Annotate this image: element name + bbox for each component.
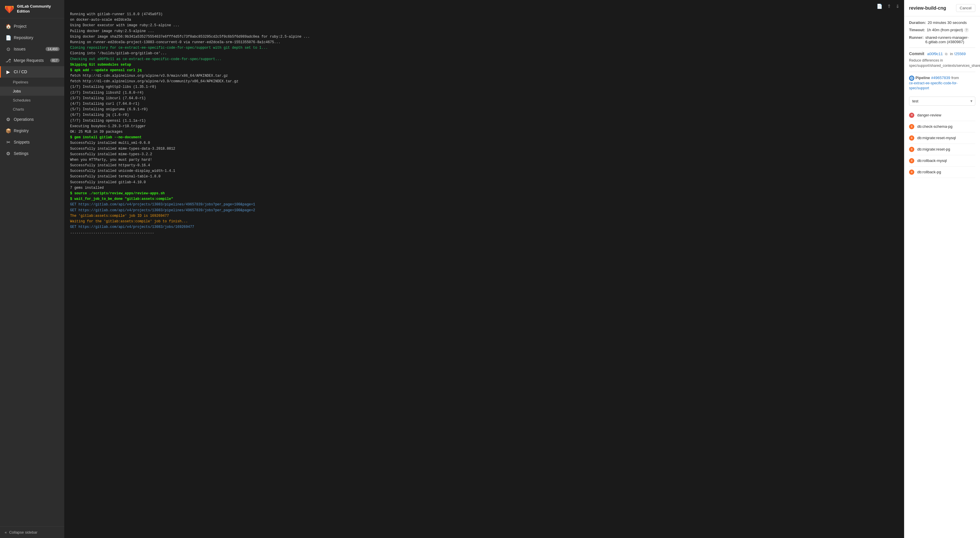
terminal-line: $ gem install gitlab --no-document <box>70 135 898 140</box>
settings-icon: ⚙ <box>6 151 11 156</box>
sidebar-logo[interactable]: GitLab Community Edition <box>0 0 64 18</box>
terminal-line: Skipping Git submodules setup <box>70 62 898 68</box>
collapse-sidebar-button[interactable]: « Collapse sidebar <box>5 530 60 535</box>
job-status-icon: ⏸ <box>909 147 914 152</box>
job-list-item[interactable]: ⏸db:rollback-pg <box>909 167 975 178</box>
timeout-help-icon[interactable]: ? <box>964 28 969 32</box>
runner-label: Runner: <box>909 35 924 40</box>
sidebar-subitem-charts[interactable]: Charts <box>0 105 64 114</box>
sidebar-item-operations[interactable]: ⚙ Operations <box>0 114 64 125</box>
job-name: db:check-schema-pg <box>917 124 953 129</box>
sidebar-item-snippets[interactable]: ✂ Snippets <box>0 136 64 148</box>
job-list-item[interactable]: ⏸db:migrate:reset-pg <box>909 144 975 155</box>
commit-row: Commit a00f9c11 ⧉ in !25569 <box>909 51 975 56</box>
terminal-line: $ wait_for_job_to_be_done "gitlab:assets… <box>70 196 898 202</box>
sidebar-subitem-schedules[interactable]: Schedules <box>0 96 64 105</box>
terminal-line: (3/7) Installing libcurl (7.64.0-r1) <box>70 96 898 101</box>
job-list-item[interactable]: ⏸db:rollback-mysql <box>909 155 975 167</box>
sidebar-subitem-jobs[interactable]: Jobs <box>0 87 64 96</box>
terminal-line: Successfully installed unicode-display_w… <box>70 168 898 174</box>
cancel-button[interactable]: Cancel <box>956 4 975 12</box>
sidebar-item-settings[interactable]: ⚙ Settings <box>0 148 64 159</box>
sidebar-item-cicd[interactable]: ▶ CI / CD <box>0 66 64 78</box>
terminal-line: Successfully installed mime-types-data-3… <box>70 146 898 152</box>
sidebar-item-registry[interactable]: 📦 Registry <box>0 125 64 136</box>
runner-value: shared-runners-manager-6.gitlab.com (#38… <box>925 35 975 44</box>
pipeline-branch-link[interactable]: ce-extract-ee-specific-code-for-spec/sup… <box>909 81 975 91</box>
terminal-line: Cloning into '/builds/gitlab-org/gitlab-… <box>70 51 898 56</box>
sidebar-item-issues[interactable]: ⊙ Issues 14,493 <box>0 43 64 55</box>
divider-1 <box>909 48 975 48</box>
stage-select[interactable]: test <box>909 97 975 106</box>
sidebar-nav: 🏠 Project 📄 Repository ⊙ Issues 14,493 ⎇… <box>0 18 64 526</box>
terminal-line: Pulling docker image ruby:2.5-alpine ... <box>70 29 898 34</box>
job-status-icon: ⏸ <box>909 124 914 129</box>
merge-requests-icon: ⎇ <box>6 58 11 63</box>
terminal-container: 📄 ⇑ ⇓ Running with gitlab-runner 11.8.0 … <box>64 0 904 538</box>
duration-label: Duration: <box>909 21 926 25</box>
job-status-icon: ⏸ <box>909 158 914 163</box>
terminal-line: Cloning repository for ce-extract-ee-spe… <box>70 45 898 51</box>
job-name-title: review-build-cng <box>909 6 946 11</box>
job-name: db:migrate:reset-mysql <box>917 136 956 140</box>
right-panel-body: Duration: 20 minutes 30 seconds Timeout:… <box>904 16 980 182</box>
sidebar-subitem-pipelines[interactable]: Pipelines <box>0 78 64 87</box>
registry-icon: 📦 <box>6 128 11 133</box>
issues-badge: 14,493 <box>46 47 60 51</box>
commit-mr-link[interactable]: !25569 <box>954 52 966 56</box>
terminal-scroll-bottom-button[interactable]: ⇓ <box>894 2 900 10</box>
commit-in-text: in <box>950 52 953 56</box>
job-list: ✕danger-review⏸db:check-schema-pg⏸db:mig… <box>909 110 975 178</box>
stage-select-wrapper: test <box>909 94 975 106</box>
terminal-line: ........................................ <box>70 230 898 235</box>
gitlab-logo-icon <box>5 5 14 14</box>
terminal-line: Using docker image sha256:9b341a53527555… <box>70 34 898 40</box>
pipeline-label: Pipeline <box>915 76 930 80</box>
terminal-line: When you HTTParty, you must party hard! <box>70 157 898 163</box>
terminal-scroll-top-button[interactable]: ⇑ <box>886 2 892 10</box>
terminal-line: Successfully installed multi_xml-0.6.0 <box>70 140 898 146</box>
pipeline-section: Pipeline #49657839 from ce-extract-ee-sp… <box>909 76 975 91</box>
terminal-line: (5/7) Installing oniguruma (6.9.1-r0) <box>70 107 898 112</box>
terminal-raw-button[interactable]: 📄 <box>875 2 884 10</box>
job-name: db:rollback-mysql <box>917 159 947 163</box>
sidebar-item-merge-requests[interactable]: ⎇ Merge Requests 817 <box>0 55 64 66</box>
snippets-icon: ✂ <box>6 140 11 145</box>
merge-requests-badge: 817 <box>50 58 60 62</box>
pipeline-number-link[interactable]: #49657839 <box>931 76 950 80</box>
right-panel: review-build-cng Cancel Duration: 20 min… <box>904 0 980 538</box>
terminal-line: Using Docker executor with image ruby:2.… <box>70 23 898 28</box>
terminal-line: The 'gitlab:assets:compile' job ID is 16… <box>70 213 898 219</box>
timeout-row: Timeout: 1h 40m (from project) ? <box>909 28 975 32</box>
terminal-line: Running with gitlab-runner 11.8.0 (4745a… <box>70 12 898 17</box>
sidebar-item-repository[interactable]: 📄 Repository <box>0 32 64 43</box>
runner-row: Runner: shared-runners-manager-6.gitlab.… <box>909 35 975 44</box>
pipeline-globe-icon <box>909 76 914 81</box>
commit-label: Commit <box>909 51 924 56</box>
sidebar-item-project[interactable]: 🏠 Project <box>0 21 64 32</box>
project-icon: 🏠 <box>6 24 11 29</box>
job-list-item[interactable]: ✕danger-review <box>909 110 975 121</box>
terminal-line: Waiting for the 'gitlab:assets:compile' … <box>70 219 898 224</box>
terminal-line: (4/7) Installing curl (7.64.0-r1) <box>70 101 898 107</box>
terminal-output[interactable]: Running with gitlab-runner 11.8.0 (4745a… <box>64 0 904 538</box>
copy-commit-icon[interactable]: ⧉ <box>945 52 948 56</box>
commit-hash-link[interactable]: a00f9c11 <box>927 52 943 56</box>
terminal-line: Successfully installed gitlab-4.10.0 <box>70 180 898 185</box>
sidebar-bottom: « Collapse sidebar <box>0 526 64 538</box>
job-list-item[interactable]: ⏸db:check-schema-pg <box>909 121 975 132</box>
commit-message: Reduce differences in spec/support/share… <box>909 58 975 68</box>
divider-2 <box>909 72 975 72</box>
terminal-line: Executing busybox-1.29.3-r10.trigger <box>70 124 898 129</box>
terminal-line: Successfully installed httparty-0.16.4 <box>70 163 898 168</box>
terminal-line: Checking out a00f9c11 as ce-extract-ee-s… <box>70 57 898 62</box>
terminal-line: (1/7) Installing nghttp2-libs (1.35.1-r0… <box>70 84 898 90</box>
job-list-item[interactable]: ⏸db:migrate:reset-mysql <box>909 132 975 144</box>
terminal-line: $ source ./scripts/review_apps/review-ap… <box>70 191 898 196</box>
terminal-line: fetch http://dl-cdn.alpinelinux.org/alpi… <box>70 73 898 79</box>
operations-icon: ⚙ <box>6 117 11 122</box>
pipeline-row: Pipeline #49657839 from ce-extract-ee-sp… <box>909 76 975 91</box>
commit-section: Commit a00f9c11 ⧉ in !25569 Reduce diffe… <box>909 51 975 68</box>
pipeline-from-text: from <box>951 76 959 80</box>
issues-icon: ⊙ <box>6 46 11 52</box>
